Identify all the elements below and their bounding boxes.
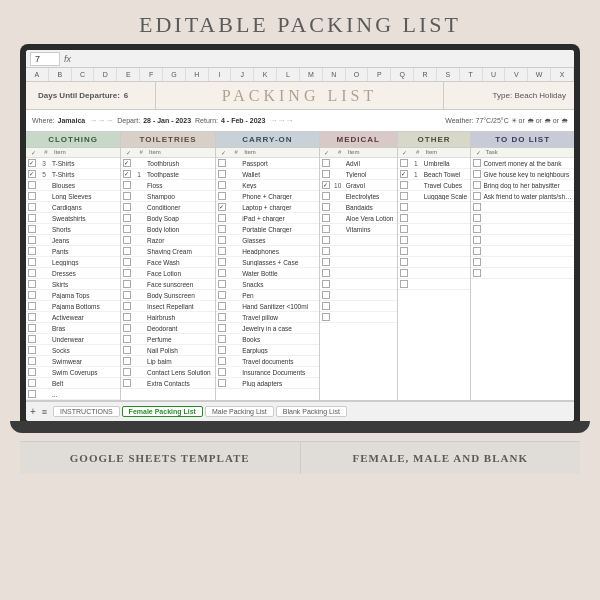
list-item[interactable]: Tylenol <box>320 169 397 180</box>
checkbox[interactable] <box>322 203 330 211</box>
list-item[interactable]: Sunglasses + Case <box>216 257 319 268</box>
checkbox[interactable] <box>400 203 408 211</box>
list-item[interactable]: Deodorant <box>121 323 215 334</box>
list-item[interactable]: Phone + Charger <box>216 191 319 202</box>
list-item[interactable] <box>320 257 397 268</box>
list-item[interactable]: 5T-Shirts <box>26 169 120 180</box>
checkbox[interactable] <box>218 335 226 343</box>
list-item[interactable]: Books <box>216 334 319 345</box>
list-item[interactable]: Plug adapters <box>216 378 319 389</box>
checkbox[interactable] <box>322 159 330 167</box>
list-item[interactable]: Aloe Vera Lotion <box>320 213 397 224</box>
list-item[interactable] <box>320 246 397 257</box>
list-item[interactable]: Portable Charger <box>216 224 319 235</box>
list-item[interactable]: Body Sunscreen <box>121 290 215 301</box>
list-item[interactable]: Extra Contacts <box>121 378 215 389</box>
list-item[interactable]: Shampoo <box>121 191 215 202</box>
checkbox[interactable] <box>28 236 36 244</box>
list-item[interactable]: Blouses <box>26 180 120 191</box>
checkbox[interactable] <box>123 170 131 178</box>
checkbox[interactable] <box>322 170 330 178</box>
checkbox[interactable] <box>218 313 226 321</box>
list-item[interactable]: ... <box>26 389 120 400</box>
checkbox[interactable] <box>123 324 131 332</box>
list-item[interactable]: Wallet <box>216 169 319 180</box>
list-item[interactable] <box>320 235 397 246</box>
checkbox[interactable] <box>123 335 131 343</box>
checkbox[interactable] <box>218 181 226 189</box>
list-item[interactable]: Sweatshirts <box>26 213 120 224</box>
list-item[interactable]: 10Gravol <box>320 180 397 191</box>
list-item[interactable]: Conditioner <box>121 202 215 213</box>
checkbox[interactable] <box>123 214 131 222</box>
checkbox[interactable] <box>123 181 131 189</box>
checkbox[interactable] <box>28 225 36 233</box>
tab-blank-packing[interactable]: Blank Packing List <box>276 406 347 417</box>
checkbox[interactable] <box>322 236 330 244</box>
list-item[interactable]: Water Bottle <box>216 268 319 279</box>
checkbox[interactable] <box>473 214 481 222</box>
list-item[interactable]: Cardigans <box>26 202 120 213</box>
add-sheet-button[interactable]: + <box>30 406 36 417</box>
list-item[interactable]: Dresses <box>26 268 120 279</box>
checkbox[interactable] <box>473 159 481 167</box>
checkbox[interactable] <box>123 269 131 277</box>
list-item[interactable]: Bring dog to her babysitter <box>471 180 574 191</box>
list-item[interactable]: Travel documents <box>216 356 319 367</box>
list-item[interactable] <box>398 279 471 290</box>
checkbox[interactable] <box>123 368 131 376</box>
list-item[interactable]: Keys <box>216 180 319 191</box>
list-item[interactable] <box>471 202 574 213</box>
checkbox[interactable] <box>28 159 36 167</box>
list-item[interactable] <box>398 202 471 213</box>
checkbox[interactable] <box>473 225 481 233</box>
list-item[interactable] <box>398 257 471 268</box>
list-item[interactable]: Shorts <box>26 224 120 235</box>
list-item[interactable]: Swimwear <box>26 356 120 367</box>
checkbox[interactable] <box>400 225 408 233</box>
checkbox[interactable] <box>28 192 36 200</box>
list-item[interactable]: Bandaids <box>320 202 397 213</box>
list-item[interactable] <box>320 290 397 301</box>
checkbox[interactable] <box>123 291 131 299</box>
list-item[interactable]: Contact Lens Solution <box>121 367 215 378</box>
list-item[interactable]: Lip balm <box>121 356 215 367</box>
list-item[interactable] <box>398 268 471 279</box>
checkbox[interactable] <box>28 324 36 332</box>
checkbox[interactable] <box>473 247 481 255</box>
checkbox[interactable] <box>123 247 131 255</box>
checkbox[interactable] <box>218 324 226 332</box>
checkbox[interactable] <box>123 192 131 200</box>
list-item[interactable]: Hand Sanitizer <100ml <box>216 301 319 312</box>
checkbox[interactable] <box>322 280 330 288</box>
list-item[interactable]: Travel pillow <box>216 312 319 323</box>
checkbox[interactable] <box>28 181 36 189</box>
list-item[interactable]: Pen <box>216 290 319 301</box>
list-item[interactable]: Advil <box>320 158 397 169</box>
list-item[interactable]: iPad + charger <box>216 213 319 224</box>
checkbox[interactable] <box>218 302 226 310</box>
checkbox[interactable] <box>28 313 36 321</box>
checkbox[interactable] <box>28 291 36 299</box>
checkbox[interactable] <box>322 192 330 200</box>
checkbox[interactable] <box>28 379 36 387</box>
checkbox[interactable] <box>123 313 131 321</box>
list-item[interactable]: Snacks <box>216 279 319 290</box>
list-item[interactable] <box>320 279 397 290</box>
list-item[interactable]: Leggings <box>26 257 120 268</box>
checkbox[interactable] <box>473 181 481 189</box>
checkbox[interactable] <box>123 280 131 288</box>
checkbox[interactable] <box>218 357 226 365</box>
checkbox[interactable] <box>123 346 131 354</box>
list-item[interactable]: Face sunscreen <box>121 279 215 290</box>
list-item[interactable]: Razor <box>121 235 215 246</box>
list-item[interactable]: Insurance Documents <box>216 367 319 378</box>
checkbox[interactable] <box>218 170 226 178</box>
checkbox[interactable] <box>28 302 36 310</box>
list-item[interactable]: Skirts <box>26 279 120 290</box>
checkbox[interactable] <box>322 247 330 255</box>
list-item[interactable]: Ask friend to water plants/shovel dr... <box>471 191 574 202</box>
list-item[interactable]: Shaving Cream <box>121 246 215 257</box>
checkbox[interactable] <box>28 335 36 343</box>
checkbox[interactable] <box>400 192 408 200</box>
